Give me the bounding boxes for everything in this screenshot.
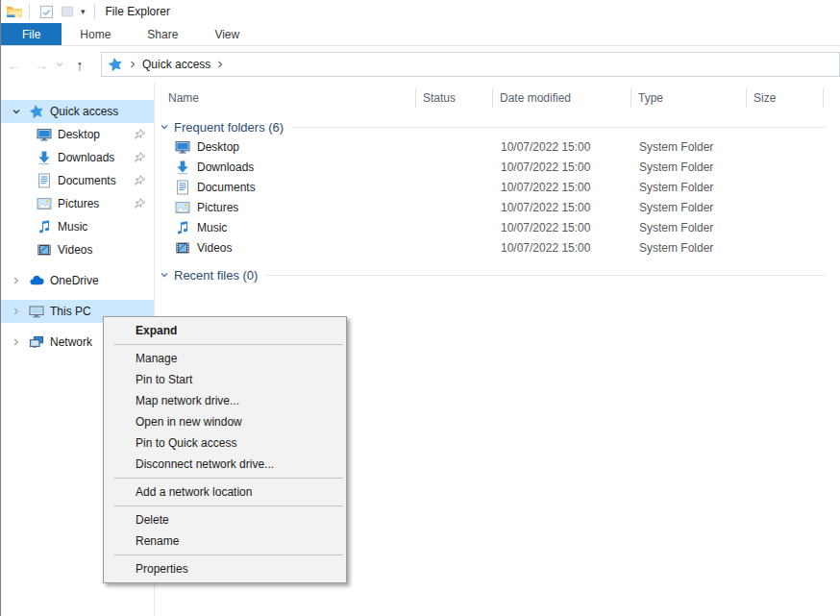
context-menu-item-disconnect-network-drive[interactable]: Disconnect network drive... bbox=[104, 454, 346, 475]
new-folder-icon[interactable] bbox=[59, 3, 76, 20]
sidebar-item-label: Network bbox=[50, 335, 92, 349]
chevron-down-icon[interactable] bbox=[10, 107, 23, 116]
cell-name: Desktop bbox=[155, 139, 416, 155]
breadcrumb-chevron-icon[interactable] bbox=[129, 60, 136, 69]
context-menu-item-properties[interactable]: Properties bbox=[104, 558, 346, 579]
sidebar-item-label: Music bbox=[58, 220, 87, 234]
group-label: Recent files (0) bbox=[174, 268, 258, 283]
column-header-name[interactable]: Name bbox=[155, 88, 416, 108]
tab-share[interactable]: Share bbox=[129, 23, 196, 45]
chevron-right-icon[interactable] bbox=[10, 307, 23, 316]
menu-separator bbox=[113, 505, 343, 506]
music-icon bbox=[37, 219, 52, 234]
file-name: Desktop bbox=[197, 140, 239, 154]
sidebar-item-pictures[interactable]: Pictures bbox=[1, 192, 154, 215]
window-title: File Explorer bbox=[106, 5, 170, 18]
file-row-music[interactable]: Music10/07/2022 15:00System Folder bbox=[155, 217, 840, 237]
sidebar-item-onedrive[interactable]: OneDrive bbox=[1, 269, 154, 292]
file-name: Downloads bbox=[197, 160, 254, 174]
cell-name: Downloads bbox=[155, 160, 416, 175]
sidebar-item-label: This PC bbox=[50, 305, 91, 318]
breadcrumb-quick-access[interactable]: Quick access bbox=[142, 58, 210, 71]
context-menu-item-manage[interactable]: Manage bbox=[104, 348, 346, 369]
tab-file[interactable]: File bbox=[1, 23, 62, 45]
context-menu-item-pin-to-start[interactable]: Pin to Start bbox=[104, 369, 346, 390]
pin-icon bbox=[133, 174, 146, 187]
sidebar-item-documents[interactable]: Documents bbox=[1, 169, 154, 192]
context-menu-item-add-a-network-location[interactable]: Add a network location bbox=[104, 481, 346, 503]
chevron-down-icon[interactable] bbox=[160, 122, 169, 132]
recent-locations-caret-icon[interactable] bbox=[55, 60, 64, 69]
this-pc-icon bbox=[29, 304, 44, 319]
breadcrumb-chevron-icon[interactable] bbox=[216, 60, 224, 69]
customize-toolbar-caret-icon[interactable]: ▾ bbox=[81, 7, 86, 16]
sidebar-item-label: OneDrive bbox=[50, 274, 99, 287]
videos-icon bbox=[37, 242, 52, 258]
sidebar-item-music[interactable]: Music bbox=[1, 215, 154, 238]
cell-date-modified: 10/07/2022 15:00 bbox=[493, 201, 631, 214]
title-bar: ▾ File Explorer bbox=[1, 0, 840, 23]
sidebar-item-label: Documents bbox=[58, 174, 116, 187]
sidebar-item-label: Videos bbox=[58, 243, 92, 257]
context-menu-item-expand[interactable]: Expand bbox=[104, 320, 346, 341]
cell-name: Pictures bbox=[155, 200, 416, 215]
onedrive-icon bbox=[29, 273, 44, 288]
menu-separator bbox=[113, 344, 343, 345]
pin-icon bbox=[133, 151, 146, 164]
group-header-recent-files-0[interactable]: Recent files (0) bbox=[155, 265, 840, 284]
sidebar-item-label: Pictures bbox=[58, 197, 99, 210]
column-header-type[interactable]: Type bbox=[631, 88, 747, 108]
cell-type: System Folder bbox=[631, 140, 747, 154]
sidebar-item-downloads[interactable]: Downloads bbox=[1, 146, 154, 169]
cell-type: System Folder bbox=[631, 201, 747, 214]
downloads-icon bbox=[175, 160, 190, 175]
sidebar-item-quick-access[interactable]: Quick access bbox=[1, 100, 154, 123]
address-bar[interactable]: Quick access bbox=[101, 52, 840, 77]
column-header-date-modified[interactable]: Date modified bbox=[493, 88, 631, 108]
context-menu-item-open-in-new-window[interactable]: Open in new window bbox=[104, 411, 346, 432]
cell-date-modified: 10/07/2022 15:00 bbox=[493, 181, 631, 194]
context-menu-item-pin-to-quick-access[interactable]: Pin to Quick access bbox=[104, 432, 346, 454]
sidebar-item-desktop[interactable]: Desktop bbox=[1, 123, 154, 146]
downloads-icon bbox=[37, 150, 52, 165]
pictures-icon bbox=[175, 200, 190, 215]
forward-button[interactable]: → bbox=[28, 57, 55, 73]
group-divider-line bbox=[291, 127, 825, 128]
chevron-right-icon[interactable] bbox=[10, 276, 23, 285]
pin-icon bbox=[133, 128, 146, 141]
context-menu-item-map-network-drive[interactable]: Map network drive... bbox=[104, 390, 346, 411]
sidebar-item-videos[interactable]: Videos bbox=[1, 238, 154, 261]
back-button[interactable]: ← bbox=[1, 57, 28, 73]
tab-home[interactable]: Home bbox=[62, 23, 129, 45]
desktop-icon bbox=[175, 139, 190, 155]
file-row-desktop[interactable]: Desktop10/07/2022 15:00System Folder bbox=[155, 136, 840, 157]
file-row-downloads[interactable]: Downloads10/07/2022 15:00System Folder bbox=[155, 157, 840, 177]
file-row-videos[interactable]: Videos10/07/2022 15:00System Folder bbox=[155, 237, 840, 258]
documents-icon bbox=[37, 173, 52, 188]
tab-view[interactable]: View bbox=[196, 23, 258, 45]
cell-type: System Folder bbox=[631, 181, 747, 194]
ribbon-tab-bar: File Home Share View bbox=[1, 23, 840, 46]
cell-type: System Folder bbox=[631, 241, 747, 255]
chevron-right-icon[interactable] bbox=[10, 337, 23, 347]
file-row-pictures[interactable]: Pictures10/07/2022 15:00System Folder bbox=[155, 197, 840, 217]
sidebar-item-label: Desktop bbox=[58, 128, 100, 141]
context-menu-item-rename[interactable]: Rename bbox=[104, 530, 346, 552]
documents-icon bbox=[175, 180, 190, 195]
column-header-size[interactable]: Size bbox=[747, 88, 824, 108]
cell-date-modified: 10/07/2022 15:00 bbox=[493, 241, 631, 255]
cell-date-modified: 10/07/2022 15:00 bbox=[493, 160, 631, 174]
file-row-documents[interactable]: Documents10/07/2022 15:00System Folder bbox=[155, 177, 840, 197]
cell-name: Music bbox=[155, 220, 416, 235]
column-header-status[interactable]: Status bbox=[416, 88, 493, 108]
file-name: Videos bbox=[197, 241, 232, 255]
chevron-down-icon[interactable] bbox=[160, 270, 169, 280]
group-label: Frequent folders (6) bbox=[174, 120, 284, 135]
menu-separator bbox=[113, 478, 343, 479]
properties-icon[interactable] bbox=[37, 3, 55, 20]
file-explorer-logo-icon[interactable] bbox=[6, 4, 23, 19]
context-menu-item-delete[interactable]: Delete bbox=[104, 509, 346, 530]
up-button[interactable]: ↑ bbox=[66, 57, 93, 73]
group-header-frequent-folders-6[interactable]: Frequent folders (6) bbox=[155, 117, 840, 136]
menu-separator bbox=[113, 554, 343, 555]
